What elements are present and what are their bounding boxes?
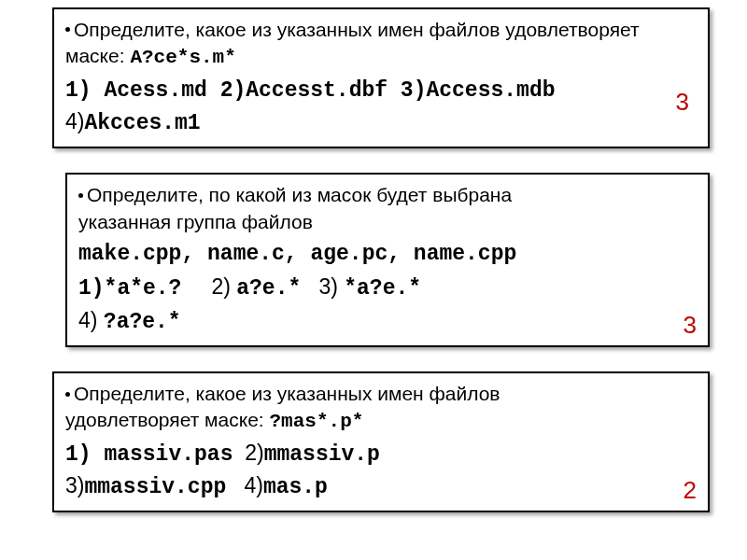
q2-opt1: 1)*a*e.? — [78, 276, 181, 301]
q3-options: 1) massiv.pas 2)mmassiv.p 3)mmassiv.cpp … — [65, 438, 697, 504]
q1-answer: 3 — [676, 88, 689, 117]
q3-answer: 2 — [684, 476, 697, 505]
q3-n2: 2) — [245, 441, 263, 465]
q3-n3: 3) — [65, 473, 84, 497]
q3-line2-prefix: удовлетворяет маске: — [65, 409, 270, 430]
q2-n2: 2) — [211, 274, 230, 299]
q2-options: 1)*a*e.? 2) a?e.* 3) *a?e.* 4) ?a?e.* — [78, 272, 697, 338]
q3-opt2: mmassiv.p — [264, 442, 380, 467]
q3-mask: ?mas*.p* — [270, 411, 364, 432]
q2-line2: указанная группа файлов — [78, 209, 697, 235]
q3-opt4: mas.p — [263, 475, 328, 499]
question-box-3: Определите, какое из указанных имен файл… — [52, 371, 710, 512]
q2-text: Определите, по какой из масок будет выбр… — [78, 182, 697, 208]
q1-line2-prefix: маске: — [65, 45, 130, 66]
q1-opt4-num: 4) — [65, 109, 84, 133]
q3-line2: удовлетворяет маске: ?mas*.p* — [65, 407, 697, 435]
q3-opt1: 1) massiv.pas — [65, 442, 233, 467]
q2-n4: 4) — [78, 308, 97, 332]
bullet-icon — [65, 392, 70, 397]
q2-files: make.cpp, name.c, age.pc, name.cpp — [78, 237, 697, 270]
question-box-2: Определите, по какой из масок будет выбр… — [65, 173, 710, 347]
q2-answer: 3 — [684, 311, 697, 340]
q2-opt2: a?e.* — [236, 276, 301, 301]
bullet-icon — [78, 193, 83, 198]
q2-files-text: make.cpp, name.c, age.pc, name.cpp — [78, 242, 516, 266]
q1-opts-row1: 1) Acess.md 2)Accesst.dbf 3)Access.mdb — [65, 78, 556, 103]
q3-line1: Определите, какое из указанных имен файл… — [74, 383, 500, 404]
q3-opt3: mmassiv.cpp — [84, 475, 226, 499]
q1-line2: маске: A?ce*s.m* — [65, 43, 697, 71]
q3-n4: 4) — [244, 473, 262, 497]
bullet-icon — [65, 27, 70, 32]
q1-mask: A?ce*s.m* — [130, 47, 235, 68]
q2-opt4: ?a?e.* — [104, 310, 181, 334]
q2-line1: Определите, по какой из масок будет выбр… — [87, 184, 512, 205]
q1-options: 1) Acess.md 2)Accesst.dbf 3)Access.mdb 4… — [65, 74, 697, 140]
q2-opt3: *a?e.* — [344, 276, 421, 301]
q1-line1: Определите, какое из указанных имен файл… — [74, 19, 640, 40]
q2-n3: 3) — [318, 274, 337, 299]
question-box-1: Определите, какое из указанных имен файл… — [52, 7, 710, 148]
q1-text: Определите, какое из указанных имен файл… — [65, 17, 697, 43]
q1-opt4-m: Akcces.m1 — [84, 111, 200, 135]
q3-text: Определите, какое из указанных имен файл… — [65, 381, 697, 407]
